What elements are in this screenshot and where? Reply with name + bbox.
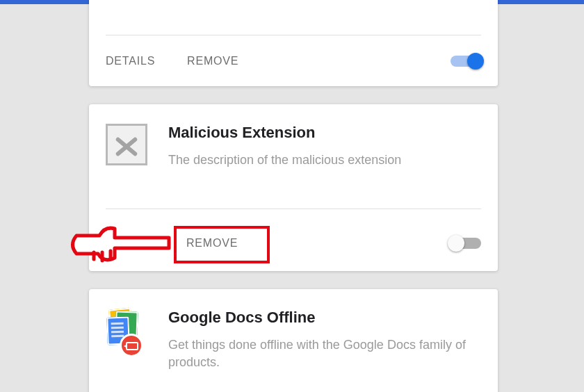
enable-toggle[interactable]: [451, 56, 481, 67]
extension-title: Malicious Extension: [168, 124, 481, 142]
card-body: Malicious Extension The description of t…: [89, 104, 498, 183]
extension-description: The description of the malicious extensi…: [168, 152, 481, 169]
extension-card: DETAILS REMOVE: [89, 0, 498, 86]
remove-button[interactable]: REMOVE: [187, 55, 238, 67]
remove-button[interactable]: REMOVE: [186, 237, 238, 250]
extension-icon: [106, 309, 147, 350]
extensions-page: DETAILS REMOVE Malicious Extension The d…: [0, 0, 584, 392]
google-docs-offline-icon: [106, 309, 147, 350]
details-button[interactable]: DETAILS: [106, 55, 155, 67]
toggle-knob: [467, 53, 484, 70]
enable-toggle[interactable]: [451, 238, 481, 249]
extension-description: Get things done offline with the Google …: [168, 336, 481, 371]
extension-title: Google Docs Offline: [168, 309, 481, 327]
divider: [106, 35, 481, 35]
extension-icon: [106, 124, 147, 165]
card-body: Google Docs Offline Get things done offl…: [89, 289, 498, 385]
annotation-pointing-hand-icon: [66, 219, 177, 275]
extension-card: Google Docs Offline Get things done offl…: [89, 289, 498, 392]
placeholder-x-icon: [106, 124, 147, 165]
divider: [106, 209, 481, 209]
card-footer: DETAILS REMOVE: [89, 36, 498, 86]
toggle-knob: [448, 235, 464, 252]
